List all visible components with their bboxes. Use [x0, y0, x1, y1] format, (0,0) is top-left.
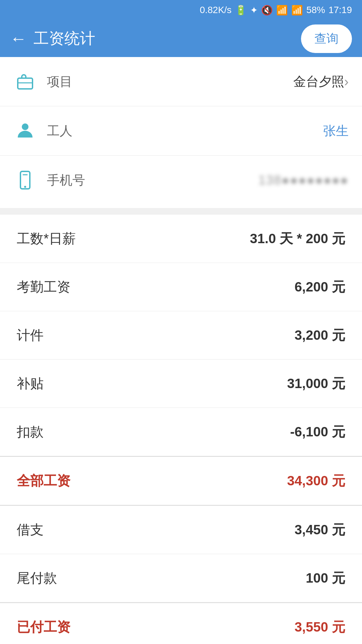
worker-value: 张生 [323, 122, 349, 140]
project-row[interactable]: 项目 金台夕照 › [0, 57, 362, 106]
battery-icon: 🔋 [235, 5, 247, 16]
attendance-wage-value: 6,200 元 [295, 278, 345, 296]
svg-rect-0 [18, 78, 33, 89]
tail-payment-label: 尾付款 [17, 569, 57, 587]
piecework-value: 3,200 元 [295, 326, 345, 344]
mute-icon: 🔇 [261, 5, 273, 16]
signal-icon: 📶 [291, 5, 303, 16]
bluetooth-icon: ✦ [250, 5, 258, 16]
phone-row: 手机号 138●●●●●●●● [0, 156, 362, 205]
total-wage-value: 34,300 元 [287, 472, 345, 490]
worker-row[interactable]: 工人 张生 [0, 106, 362, 156]
subsidy-label: 补贴 [17, 374, 44, 393]
status-bar: 0.82K/s 🔋 ✦ 🔇 📶 📶 58% 17:19 [0, 0, 362, 20]
work-days-label: 工数*日薪 [17, 229, 76, 248]
battery-percent: 58% [306, 5, 325, 15]
work-days-row: 工数*日薪 31.0 天 * 200 元 [0, 215, 362, 263]
piecework-label: 计件 [17, 326, 44, 344]
piecework-row: 计件 3,200 元 [0, 311, 362, 360]
back-button[interactable]: ← [10, 29, 27, 48]
stats-card: 工数*日薪 31.0 天 * 200 元 考勤工资 6,200 元 计件 3,2… [0, 215, 362, 644]
advance-row: 借支 3,450 元 [0, 505, 362, 554]
chevron-right-icon: › [344, 74, 349, 89]
phone-value: 138●●●●●●●● [258, 173, 349, 187]
time-display: 17:19 [328, 5, 352, 15]
subsidy-value: 31,000 元 [287, 374, 345, 393]
person-icon [13, 119, 37, 143]
total-wage-row: 全部工资 34,300 元 [0, 456, 362, 505]
advance-label: 借支 [17, 521, 44, 539]
info-card: 项目 金台夕照 › 工人 张生 手机号 138●●●●●●●● [0, 57, 362, 208]
worker-label: 工人 [47, 122, 323, 140]
subsidy-row: 补贴 31,000 元 [0, 360, 362, 408]
attendance-wage-row: 考勤工资 6,200 元 [0, 263, 362, 311]
tail-payment-row: 尾付款 100 元 [0, 554, 362, 602]
page-title: 工资统计 [34, 28, 301, 49]
wifi-icon: 📶 [276, 5, 288, 16]
svg-point-2 [22, 123, 28, 130]
deduction-row: 扣款 -6,100 元 [0, 408, 362, 456]
project-value: 金台夕照 [293, 73, 344, 90]
attendance-wage-label: 考勤工资 [17, 278, 70, 296]
project-label: 项目 [47, 73, 293, 90]
app-bar: ← 工资统计 查询 [0, 20, 362, 57]
paid-wage-row: 已付工资 3,550 元 [0, 602, 362, 644]
advance-value: 3,450 元 [295, 521, 345, 539]
paid-wage-value: 3,550 元 [295, 618, 345, 636]
paid-wage-label: 已付工资 [17, 618, 70, 636]
deduction-label: 扣款 [17, 423, 44, 441]
deduction-value: -6,100 元 [290, 423, 345, 441]
svg-point-4 [24, 186, 26, 188]
tail-payment-value: 100 元 [306, 569, 345, 587]
total-wage-label: 全部工资 [17, 472, 70, 490]
query-button[interactable]: 查询 [301, 24, 352, 53]
work-days-value: 31.0 天 * 200 元 [250, 229, 345, 248]
phone-icon [13, 168, 37, 192]
phone-label: 手机号 [47, 172, 258, 189]
speed-indicator: 0.82K/s [200, 5, 232, 15]
briefcase-icon [13, 70, 37, 93]
